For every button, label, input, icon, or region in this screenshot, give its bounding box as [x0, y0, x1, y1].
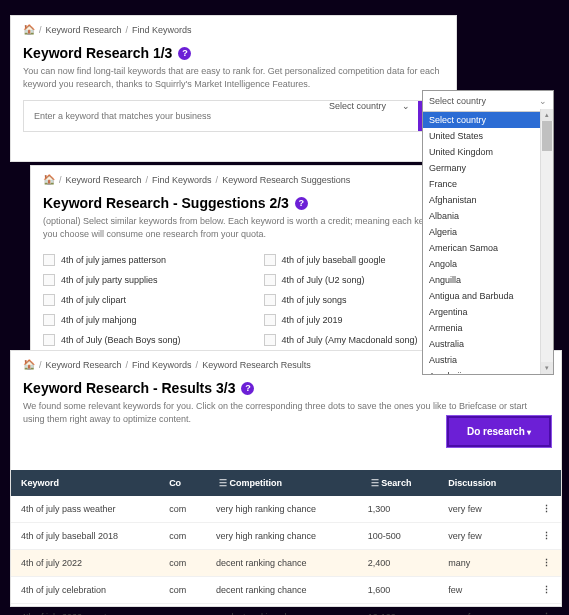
- cell-search: 1,300: [358, 496, 438, 523]
- help-icon[interactable]: ?: [241, 382, 254, 395]
- suggestion-label: 4th of july songs: [282, 295, 347, 305]
- help-icon[interactable]: ?: [295, 197, 308, 210]
- country-option[interactable]: United States: [423, 128, 541, 144]
- country-option[interactable]: Armenia: [423, 320, 541, 336]
- table-row: 4th of july pass weathercomvery high ran…: [11, 496, 561, 523]
- bc-link[interactable]: Find Keywords: [132, 360, 192, 370]
- checkbox-icon[interactable]: [43, 314, 55, 326]
- cell-keyword: 4th of july celebration: [11, 577, 159, 604]
- keyword-input[interactable]: [24, 101, 321, 131]
- checkbox-icon[interactable]: [43, 294, 55, 306]
- description: (optional) Select similar keywords from …: [31, 215, 476, 250]
- suggestion-label: 4th of July (U2 song): [282, 275, 365, 285]
- cell-search: 2,400: [358, 550, 438, 577]
- col-competition[interactable]: ☰ Competition: [206, 470, 358, 496]
- cell-co: com: [159, 577, 206, 604]
- cell-discussion: very few: [438, 523, 524, 550]
- results-table: Keyword Co ☰ Competition ☰ Search Discus…: [11, 470, 561, 615]
- checkbox-icon[interactable]: [43, 334, 55, 346]
- suggestion-item[interactable]: 4th of july james patterson: [43, 250, 244, 270]
- country-option[interactable]: Afghanistan: [423, 192, 541, 208]
- country-option[interactable]: Argentina: [423, 304, 541, 320]
- country-option[interactable]: Austria: [423, 352, 541, 368]
- cell-competition: very high ranking chance: [206, 496, 358, 523]
- page-title: Keyword Research - Suggestions 2/3 ?: [31, 193, 476, 215]
- bc-link[interactable]: Keyword Research: [46, 25, 122, 35]
- cell-discussion: very few: [438, 604, 524, 615]
- row-menu-icon[interactable]: ⋮: [524, 604, 561, 615]
- country-select[interactable]: Select country: [321, 101, 394, 131]
- suggestion-label: 4th of july baseball google: [282, 255, 386, 265]
- bc-link[interactable]: Find Keywords: [152, 175, 212, 185]
- country-option[interactable]: Australia: [423, 336, 541, 352]
- row-menu-icon[interactable]: ⋮: [524, 550, 561, 577]
- panel-step1: 🏠/ Keyword Research/ Find Keywords Keywo…: [10, 15, 457, 162]
- row-menu-icon[interactable]: ⋮: [524, 577, 561, 604]
- dropdown-header[interactable]: Select country: [423, 91, 553, 112]
- col-keyword[interactable]: Keyword: [11, 470, 159, 496]
- cell-co: com: [159, 523, 206, 550]
- bc-link[interactable]: Keyword Research: [46, 360, 122, 370]
- country-option[interactable]: Algeria: [423, 224, 541, 240]
- bc-link[interactable]: Find Keywords: [132, 25, 192, 35]
- country-option[interactable]: United Kingdom: [423, 144, 541, 160]
- scroll-thumb[interactable]: [542, 121, 552, 151]
- keyword-input-row: Select country⌄: [23, 100, 444, 132]
- suggestion-item[interactable]: 4th of july mahjong: [43, 310, 244, 330]
- country-option[interactable]: Angola: [423, 256, 541, 272]
- scrollbar[interactable]: ▴ ▾: [540, 109, 553, 374]
- cell-competition: modest ranking chance: [206, 604, 358, 615]
- col-co[interactable]: Co: [159, 470, 206, 496]
- cell-discussion: many: [438, 550, 524, 577]
- checkbox-icon[interactable]: [264, 294, 276, 306]
- cell-discussion: very few: [438, 496, 524, 523]
- col-discussion[interactable]: Discussion: [438, 470, 524, 496]
- row-menu-icon[interactable]: ⋮: [524, 496, 561, 523]
- country-option[interactable]: Albania: [423, 208, 541, 224]
- bc-link[interactable]: Keyword Research: [66, 175, 142, 185]
- suggestion-label: 4th of july clipart: [61, 295, 126, 305]
- checkbox-icon[interactable]: [43, 274, 55, 286]
- country-option[interactable]: Azerbaijan: [423, 368, 541, 375]
- suggestion-item[interactable]: 4th of july clipart: [43, 290, 244, 310]
- suggestion-item[interactable]: 4th of july party supplies: [43, 270, 244, 290]
- country-option[interactable]: Select country: [423, 112, 541, 128]
- help-icon[interactable]: ?: [178, 47, 191, 60]
- suggestion-label: 4th of july mahjong: [61, 315, 137, 325]
- cell-discussion: few: [438, 577, 524, 604]
- checkbox-icon[interactable]: [264, 334, 276, 346]
- description: You can now find long-tail keywords that…: [11, 65, 456, 100]
- suggestion-item[interactable]: 4th of July (Beach Boys song): [43, 330, 244, 350]
- cell-co: com: [159, 550, 206, 577]
- checkbox-icon[interactable]: [264, 254, 276, 266]
- home-icon[interactable]: 🏠: [23, 24, 35, 35]
- cell-search: 1,600: [358, 577, 438, 604]
- col-search[interactable]: ☰ Search: [358, 470, 438, 496]
- cell-co: com: [159, 604, 206, 615]
- checkbox-icon[interactable]: [264, 274, 276, 286]
- checkbox-icon[interactable]: [43, 254, 55, 266]
- country-option[interactable]: Germany: [423, 160, 541, 176]
- sort-icon: ☰: [371, 478, 379, 488]
- table-row: 4th of july 2022 eventscommodest ranking…: [11, 604, 561, 615]
- cell-keyword: 4th of july baseball 2018: [11, 523, 159, 550]
- home-icon[interactable]: 🏠: [23, 359, 35, 370]
- row-menu-icon[interactable]: ⋮: [524, 523, 561, 550]
- bc-link[interactable]: Keyword Research Suggestions: [222, 175, 350, 185]
- country-option[interactable]: Anguilla: [423, 272, 541, 288]
- country-option[interactable]: France: [423, 176, 541, 192]
- country-option[interactable]: American Samoa: [423, 240, 541, 256]
- cell-co: com: [159, 496, 206, 523]
- cell-search: 100-500: [358, 523, 438, 550]
- page-title: Keyword Research 1/3 ?: [11, 43, 456, 65]
- country-option[interactable]: Antigua and Barbuda: [423, 288, 541, 304]
- scroll-up-icon[interactable]: ▴: [541, 109, 553, 121]
- home-icon[interactable]: 🏠: [43, 174, 55, 185]
- cell-keyword: 4th of july 2022: [11, 550, 159, 577]
- page-title: Keyword Research - Results 3/3 ?: [11, 378, 561, 400]
- table-row: 4th of july 2022comdecent ranking chance…: [11, 550, 561, 577]
- checkbox-icon[interactable]: [264, 314, 276, 326]
- scroll-down-icon[interactable]: ▾: [541, 362, 553, 374]
- bc-link[interactable]: Keyword Research Results: [202, 360, 311, 370]
- do-research-button[interactable]: Do research: [447, 416, 551, 447]
